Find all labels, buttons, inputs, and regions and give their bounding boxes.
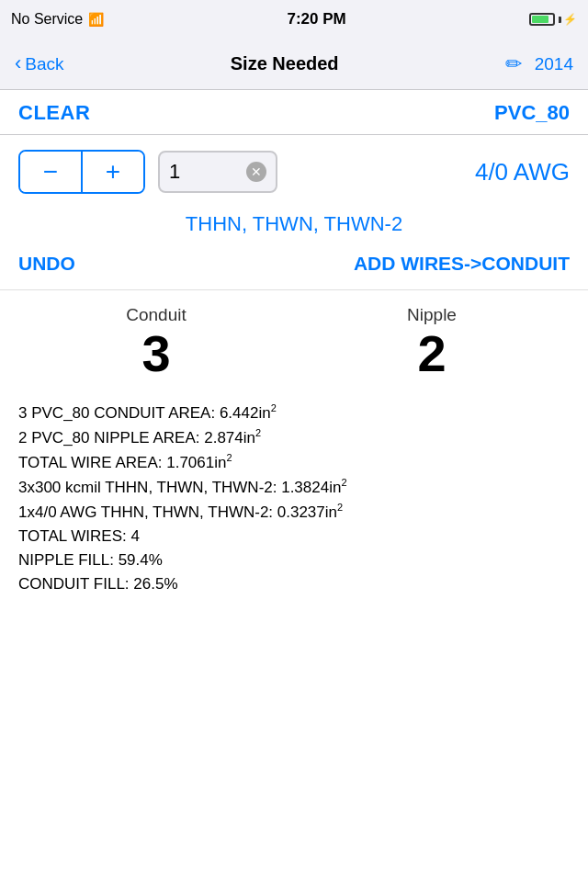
actions-row: UNDO ADD WIRES->CONDUIT [0, 253, 588, 290]
increment-button[interactable]: + [83, 150, 143, 194]
toolbar-row: CLEAR PVC_80 [0, 90, 588, 135]
quantity-input[interactable]: 1 ✕ [158, 151, 277, 193]
wifi-icon: 📶 [88, 12, 104, 27]
clear-button[interactable]: CLEAR [18, 101, 90, 125]
add-wires-button[interactable]: ADD WIRES->CONDUIT [184, 253, 570, 275]
detail-line-8: CONDUIT FILL: 26.5% [18, 572, 570, 596]
detail-line-4: 3x300 kcmil THHN, THWN, THWN-2: 1.3824in… [18, 475, 570, 500]
status-bar: No Service 📶 7:20 PM ⚡ [0, 0, 588, 39]
wire-size-display[interactable]: 4/0 AWG [290, 158, 570, 187]
quantity-value: 1 [169, 160, 180, 184]
detail-line-2: 2 PVC_80 NIPPLE AREA: 2.874in2 [18, 425, 570, 450]
wire-type-display: THHN, THWN, THWN-2 [0, 209, 588, 253]
main-content: CLEAR PVC_80 − + 1 ✕ 4/0 AWG THHN, THWN,… [0, 90, 588, 882]
details-section: 3 PVC_80 CONDUIT AREA: 6.442in2 2 PVC_80… [0, 390, 588, 608]
carrier-text: No Service [11, 11, 83, 28]
back-label: Back [25, 54, 63, 74]
battery-indicator: ⚡ [529, 13, 577, 26]
results-row: Conduit 3 Nipple 2 [0, 290, 588, 390]
year-button[interactable]: 2014 [535, 54, 573, 74]
detail-line-1: 3 PVC_80 CONDUIT AREA: 6.442in2 [18, 401, 570, 425]
nipple-value: 2 [294, 325, 570, 382]
nav-bar: ‹ Back Size Needed ✏︎ 2014 [0, 39, 588, 90]
wire-type-label: THHN, THWN, THWN-2 [186, 212, 402, 235]
battery-fill [532, 16, 548, 23]
controls-row: − + 1 ✕ 4/0 AWG [0, 135, 588, 209]
back-button[interactable]: ‹ Back [15, 54, 64, 74]
nipple-label: Nipple [294, 305, 570, 325]
battery-tip [559, 17, 561, 23]
status-battery: ⚡ [529, 13, 577, 26]
battery-body [529, 13, 555, 26]
undo-button[interactable]: UNDO [18, 253, 184, 275]
conduit-value: 3 [18, 325, 294, 382]
status-carrier: No Service 📶 [11, 11, 104, 28]
quantity-stepper: − + [18, 150, 145, 194]
nipple-result: Nipple 2 [294, 305, 570, 382]
conduit-label: Conduit [18, 305, 294, 325]
charging-icon: ⚡ [563, 13, 577, 26]
back-chevron-icon: ‹ [15, 53, 21, 74]
status-time: 7:20 PM [288, 10, 346, 28]
detail-line-6: TOTAL WIRES: 4 [18, 525, 570, 548]
clear-input-button[interactable]: ✕ [246, 162, 266, 182]
detail-line-3: TOTAL WIRE AREA: 1.7061in2 [18, 450, 570, 475]
nav-actions: ✏︎ 2014 [505, 52, 573, 76]
edit-button[interactable]: ✏︎ [505, 52, 522, 76]
page-title: Size Needed [231, 53, 339, 74]
conduit-result: Conduit 3 [18, 305, 294, 382]
detail-line-5: 1x4/0 AWG THHN, THWN, THWN-2: 0.3237in2 [18, 500, 570, 525]
detail-line-7: NIPPLE FILL: 59.4% [18, 548, 570, 572]
conduit-type-selector[interactable]: PVC_80 [494, 101, 570, 125]
decrement-button[interactable]: − [20, 150, 81, 194]
